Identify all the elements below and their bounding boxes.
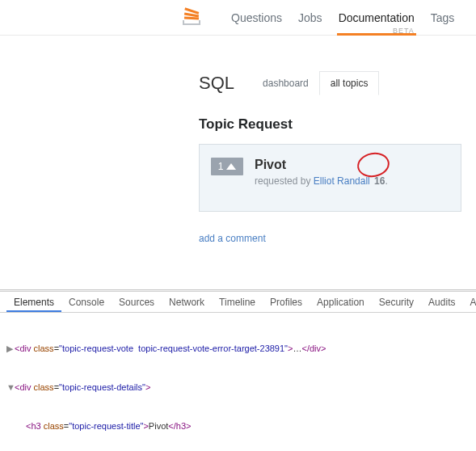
top-nav: Questions Jobs Documentation BETA Tags (0, 0, 476, 36)
devtools-tabs: Elements Console Sources Network Timelin… (0, 292, 476, 313)
stackoverflow-logo[interactable] (183, 3, 209, 32)
request-by-prefix: requested by (255, 175, 314, 187)
tab-all-topics[interactable]: all topics (319, 71, 380, 95)
devtab-audits[interactable]: Audits (421, 292, 462, 312)
reputation-score: 16 (374, 175, 385, 187)
devtab-more[interactable]: A (462, 292, 476, 312)
devtab-elements[interactable]: Elements (6, 292, 61, 312)
section-title: Topic Request (199, 116, 476, 133)
upvote-button[interactable]: 1 (211, 158, 243, 175)
nav-questions[interactable]: Questions (223, 0, 290, 36)
topic-title: Pivot (255, 158, 388, 172)
nav-tags[interactable]: Tags (423, 0, 463, 36)
devtab-profiles[interactable]: Profiles (263, 292, 310, 312)
devtab-application[interactable]: Application (310, 292, 372, 312)
beta-badge: BETA (393, 27, 415, 35)
user-link[interactable]: Elliot Randall (314, 175, 370, 187)
devtab-sources[interactable]: Sources (112, 292, 162, 312)
topic-request-body: Pivot requested by Elliot Randall 16. (255, 158, 388, 187)
doc-title: SQL (199, 73, 234, 94)
devtab-timeline[interactable]: Timeline (212, 292, 263, 312)
devtab-network[interactable]: Network (162, 292, 212, 312)
devtab-security[interactable]: Security (372, 292, 421, 312)
request-by-line: requested by Elliot Randall 16. (255, 175, 388, 187)
nav-documentation[interactable]: Documentation BETA (331, 0, 423, 36)
nav-documentation-label: Documentation (339, 11, 415, 24)
tab-dashboard[interactable]: dashboard (252, 72, 319, 95)
vote-count: 1 (218, 161, 224, 172)
devtools-panel: Elements Console Sources Network Timelin… (0, 289, 476, 451)
up-arrow-icon (226, 163, 236, 170)
topic-request-card: 1 Pivot requested by Elliot Randall 16. (199, 144, 461, 212)
devtab-console[interactable]: Console (61, 292, 112, 312)
trailing-dot: . (385, 175, 387, 187)
doc-subheader: SQL dashboard all topics (199, 71, 476, 95)
add-comment-link[interactable]: add a comment (199, 233, 476, 244)
dom-tree[interactable]: ▶<div class="topic-request-vote topic-re… (0, 313, 476, 451)
nav-jobs[interactable]: Jobs (290, 0, 331, 36)
